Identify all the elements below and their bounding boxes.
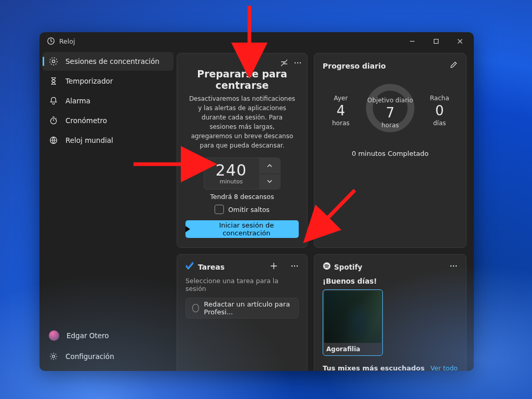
- duration-spinner: 240 minutos: [204, 157, 281, 190]
- sidebar-item-label: Alarma: [65, 97, 90, 105]
- skip-breaks-label: Omitir saltos: [228, 206, 270, 214]
- sidebar-item-world-clock[interactable]: Reloj mundial: [43, 131, 174, 150]
- playlist-art: [324, 291, 381, 343]
- play-icon: [185, 226, 190, 232]
- breaks-text: Tendrá 8 descansos: [185, 193, 299, 201]
- checkbox-empty-icon: [215, 205, 224, 214]
- spotify-selected-playlist[interactable]: Agorafilia: [323, 289, 383, 356]
- titlebar: Reloj: [39, 32, 474, 50]
- add-task-button[interactable]: [270, 262, 278, 272]
- tasks-hint: Seleccione una tarea para la sesión: [185, 277, 299, 292]
- svg-point-17: [456, 265, 457, 267]
- svg-point-15: [450, 265, 451, 267]
- stat-yesterday: Ayer 4 horas: [323, 95, 359, 127]
- avatar: [49, 330, 59, 341]
- stat-streak: Racha 0 días: [421, 95, 458, 127]
- daily-progress-card: Progreso diario Ayer 4 horas Objet: [314, 53, 467, 248]
- sidebar-item-label: Configuración: [65, 352, 114, 361]
- svg-point-11: [291, 265, 292, 267]
- duration-value[interactable]: 240: [204, 161, 258, 179]
- skip-breaks-checkbox[interactable]: Omitir saltos: [185, 205, 299, 214]
- gear-icon: [49, 352, 58, 361]
- sidebar-item-focus-sessions[interactable]: Sesiones de concentración: [43, 52, 174, 71]
- start-focus-label: Iniciar sesión de concentración: [194, 221, 299, 237]
- spotify-brand: Spotify: [334, 263, 362, 271]
- playlist-name: Agorafilia: [324, 343, 381, 354]
- more-icon[interactable]: [294, 59, 302, 67]
- sidebar-item-label: Temporizador: [65, 77, 113, 85]
- svg-point-12: [294, 265, 295, 267]
- spotify-card: Spotify ¡Buenos días! Agorafilia Tus mix…: [314, 254, 467, 371]
- focus-title: Prepararse para centrarse: [185, 68, 299, 91]
- spotify-icon: [323, 262, 331, 272]
- stopwatch-icon: [49, 116, 58, 125]
- focus-card: Prepararse para centrarse Desactivaremos…: [177, 53, 308, 248]
- svg-point-16: [453, 265, 454, 267]
- sidebar-item-label: Sesiones de concentración: [65, 57, 159, 65]
- progress-title: Progreso diario: [323, 62, 386, 70]
- content: Prepararse para centrarse Desactivaremos…: [177, 50, 474, 371]
- app-icon: [47, 37, 55, 45]
- task-label: Redactar un artículo para Profesi...: [204, 300, 292, 316]
- window-maximize-button[interactable]: [424, 34, 448, 48]
- svg-point-8: [297, 62, 298, 63]
- clock-app-window: Reloj Sesiones de concentración Temporiz…: [39, 32, 474, 371]
- sidebar-item-alarm[interactable]: Alarma: [43, 91, 174, 110]
- duration-increase-button[interactable]: [258, 158, 280, 174]
- sidebar-item-label: Cronómetro: [65, 116, 107, 125]
- target-icon: [49, 57, 58, 66]
- svg-point-13: [297, 265, 298, 267]
- bell-icon: [49, 96, 58, 105]
- hourglass-icon: [49, 76, 58, 86]
- user-name: Edgar Otero: [66, 331, 109, 340]
- svg-point-3: [52, 60, 55, 62]
- tasks-title: Tareas: [198, 263, 224, 271]
- svg-rect-1: [434, 39, 438, 43]
- svg-point-7: [295, 62, 296, 63]
- duration-decrease-button[interactable]: [258, 174, 280, 190]
- stat-goal: Objetivo diario 7 horas: [359, 80, 421, 141]
- window-minimize-button[interactable]: [400, 34, 424, 48]
- sidebar-item-label: Reloj mundial: [65, 136, 113, 144]
- svg-point-9: [300, 62, 301, 63]
- start-focus-button[interactable]: Iniciar sesión de concentración: [185, 220, 299, 238]
- focus-description: Desactivaremos las notificaciones y las …: [185, 94, 299, 150]
- radio-empty-icon: [192, 304, 199, 312]
- sidebar-settings[interactable]: Configuración: [43, 346, 174, 367]
- sidebar-item-stopwatch[interactable]: Cronómetro: [43, 111, 174, 130]
- more-icon[interactable]: [449, 262, 458, 272]
- spotify-greeting: ¡Buenos días!: [323, 277, 458, 285]
- mixes-label: Tus mixes más escuchados: [323, 364, 424, 371]
- collapse-icon[interactable]: [280, 59, 288, 67]
- sidebar-item-timer[interactable]: Temporizador: [43, 72, 174, 90]
- svg-point-6: [52, 355, 55, 358]
- sidebar-user[interactable]: Edgar Otero: [43, 325, 174, 346]
- tasks-icon: [185, 262, 194, 272]
- duration-unit: minutos: [204, 178, 258, 185]
- spotify-see-all-link[interactable]: Ver todo: [430, 364, 458, 371]
- more-icon[interactable]: [290, 262, 299, 272]
- task-item[interactable]: Redactar un artículo para Profesi...: [185, 298, 299, 318]
- window-close-button[interactable]: [448, 34, 472, 48]
- progress-completed: 0 minutos Completado: [323, 150, 458, 157]
- tasks-card: Tareas Seleccione una tarea para la sesi…: [177, 254, 308, 371]
- edit-icon[interactable]: [449, 61, 458, 71]
- globe-icon: [49, 136, 58, 145]
- svg-point-2: [50, 58, 57, 65]
- sidebar: Sesiones de concentración Temporizador A…: [39, 50, 177, 371]
- app-title: Reloj: [59, 37, 75, 45]
